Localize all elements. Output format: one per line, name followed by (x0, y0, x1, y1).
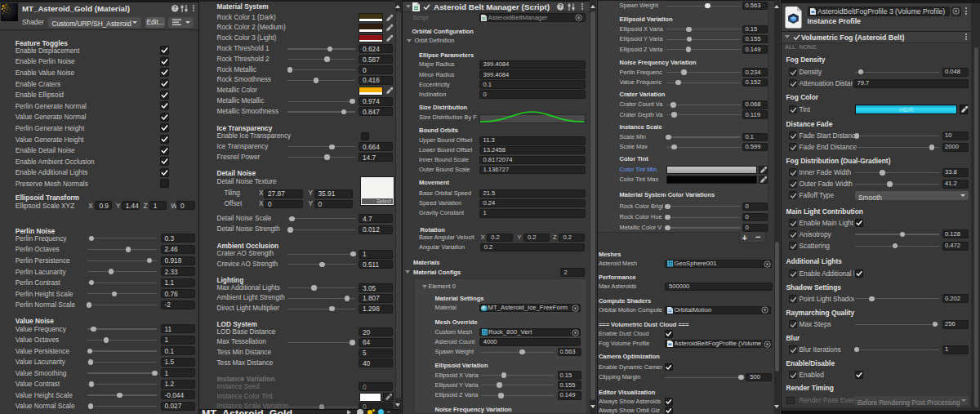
svg-text:?: ? (174, 6, 177, 11)
svg-text:?: ? (559, 4, 562, 10)
